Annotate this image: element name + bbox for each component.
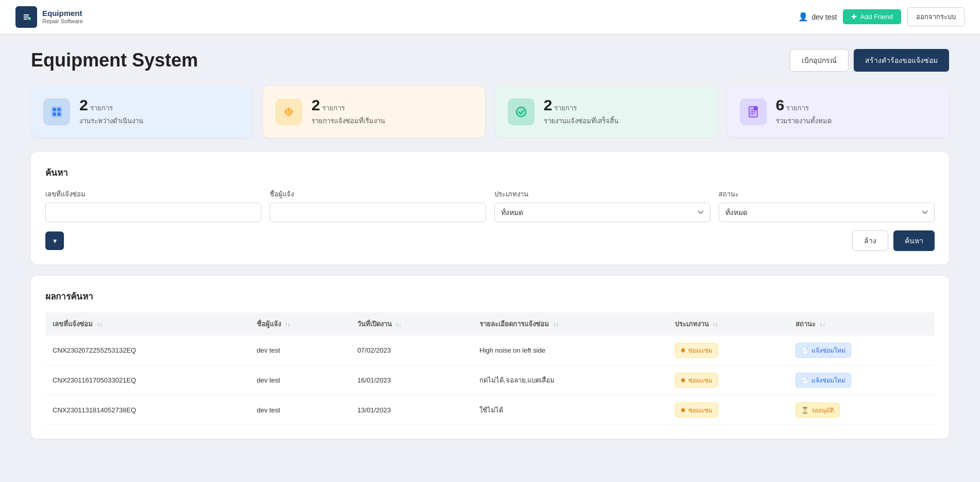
- stat-unit-total: รายการ: [786, 103, 809, 113]
- results-panel: ผลการค้นหา เลขที่แจ้งซ่อม ↑↓ ชื่อผู้แจ้ง…: [31, 276, 949, 439]
- svg-point-9: [288, 114, 290, 116]
- col-repair-no: เลขที่แจ้งซ่อม ↑↓: [45, 312, 250, 336]
- brand-text: Equipment Repair Software: [42, 9, 83, 25]
- status-icon: 📄: [801, 377, 809, 384]
- stat-card-completed: 2 รายการ รายงานแจ้งซ่อมที่เสร็จสิ้น: [495, 86, 717, 138]
- repair-no-label: เลขที่แจ้งซ่อม: [45, 189, 261, 200]
- repair-no-input[interactable]: [45, 203, 261, 222]
- stat-label-total: รวมรายงานทั้งหมด: [776, 115, 832, 126]
- job-type-badge: ✱ ซ่อมแซม: [675, 343, 718, 358]
- stat-count-in-progress: 2: [79, 97, 88, 113]
- add-friend-label: Add Friend: [860, 13, 893, 21]
- stat-unit-completed: รายการ: [554, 103, 577, 113]
- sort-icon-job-type[interactable]: ↑↓: [712, 321, 718, 327]
- sort-icon-repair-no[interactable]: ↑↓: [97, 321, 103, 327]
- sort-icon-details[interactable]: ↑↓: [553, 321, 559, 327]
- status-badge: 📄 แจ้งซ่อมใหม่: [795, 343, 851, 358]
- svg-point-12: [516, 106, 527, 118]
- table-head: เลขที่แจ้งซ่อม ↑↓ ชื่อผู้แจ้ง ↑↓ วันที่เ…: [45, 312, 935, 336]
- page-header: Equipment System เบิกอุปกรณ์ สร้างคำร้อง…: [31, 49, 949, 72]
- search-title: ค้นหา: [45, 165, 935, 179]
- stat-card-started: 2 รายการ รายการแจ้งซ่อมที่เริ่มงาน: [263, 86, 485, 138]
- sort-icon-status[interactable]: ↑↓: [820, 321, 825, 327]
- repair-no-group: เลขที่แจ้งซ่อม: [45, 189, 261, 222]
- stat-info-total: 6 รายการ รวมรายงานทั้งหมด: [776, 97, 832, 126]
- table-header-row: เลขที่แจ้งซ่อม ↑↓ ชื่อผู้แจ้ง ↑↓ วันที่เ…: [45, 312, 935, 336]
- equipment-button[interactable]: เบิกอุปกรณ์: [790, 49, 849, 72]
- cell-job-type: ✱ ซ่อมแซม: [668, 336, 789, 365]
- stat-info-completed: 2 รายการ รายงานแจ้งซ่อมที่เสร็จสิ้น: [544, 97, 619, 126]
- user-icon: 👤: [798, 12, 808, 22]
- expand-button[interactable]: ▾: [45, 231, 64, 250]
- clear-button[interactable]: ล้าง: [852, 230, 888, 251]
- stat-count-completed: 2: [544, 97, 553, 113]
- job-type-select[interactable]: ทั้งหมด ซ่อมแซม บำรุงรักษา ติดตั้ง: [494, 203, 710, 222]
- job-type-icon: ✱: [680, 347, 686, 354]
- svg-rect-6: [57, 112, 61, 116]
- add-friend-icon: ✚: [851, 13, 857, 21]
- cell-details: กดไม่ได้,จอลาย,แบตเสื่อม: [472, 365, 668, 395]
- cell-requester: dev test: [250, 336, 350, 365]
- logout-button[interactable]: ออกจากระบบ: [907, 7, 965, 26]
- table-row: CNX2301161705033021EQ dev test 16/01/202…: [45, 365, 935, 395]
- svg-point-8: [288, 108, 290, 110]
- requester-group: ชื่อผู้แจ้ง: [270, 189, 486, 222]
- main-content: Equipment System เบิกอุปกรณ์ สร้างคำร้อง…: [0, 34, 980, 454]
- navbar: Equipment Repair Software 👤 dev test ✚ A…: [0, 0, 980, 34]
- job-type-label: ประเภทงาน: [494, 189, 710, 200]
- logout-label: ออกจากระบบ: [916, 13, 956, 21]
- user-info: 👤 dev test: [798, 12, 837, 22]
- status-badge: 📄 แจ้งซ่อมใหม่: [795, 373, 851, 388]
- cell-status: 📄 แจ้งซ่อมใหม่: [788, 336, 935, 365]
- cell-requester: dev test: [250, 395, 350, 425]
- search-panel: ค้นหา เลขที่แจ้งซ่อม ชื่อผู้แจ้ง ประเภทง…: [31, 152, 949, 264]
- results-title: ผลการค้นหา: [45, 289, 935, 303]
- brand-sub: Repair Software: [42, 18, 83, 25]
- job-type-icon: ✱: [680, 407, 686, 414]
- cell-open-date: 13/01/2023: [350, 395, 472, 425]
- cell-requester: dev test: [250, 365, 350, 395]
- cell-details: High noise on left side: [472, 336, 668, 365]
- svg-rect-5: [53, 112, 56, 116]
- stat-count-started: 2: [311, 97, 320, 113]
- navbar-right: 👤 dev test ✚ Add Friend ออกจากระบบ: [798, 7, 965, 26]
- brand-logo-icon: [15, 6, 37, 28]
- page-header-actions: เบิกอุปกรณ์ สร้างคำร้องขอแจ้งซ่อม: [790, 49, 949, 72]
- stat-cards: 2 รายการ งานระหว่างดำเนินงาน: [31, 86, 949, 138]
- stat-info-in-progress: 2 รายการ งานระหว่างดำเนินงาน: [79, 97, 143, 126]
- status-group: สถานะ ทั้งหมด แจ้งซ่อมใหม่ กำลังดำเนินกา…: [719, 189, 935, 222]
- stat-card-total: 6 รายการ รวมรายงานทั้งหมด: [727, 86, 949, 138]
- table-row: CNX2302072255253132EQ dev test 07/02/202…: [45, 336, 935, 365]
- cell-repair-no: CNX2301161705033021EQ: [45, 365, 250, 395]
- page-title: Equipment System: [31, 49, 198, 71]
- stat-label-in-progress: งานระหว่างดำเนินงาน: [79, 115, 143, 126]
- svg-point-10: [285, 111, 287, 113]
- add-friend-button[interactable]: ✚ Add Friend: [843, 9, 901, 24]
- status-select[interactable]: ทั้งหมด แจ้งซ่อมใหม่ กำลังดำเนินการ เสร็…: [719, 203, 935, 222]
- stat-icon-in-progress: [43, 98, 70, 125]
- job-type-group: ประเภทงาน ทั้งหมด ซ่อมแซม บำรุงรักษา ติด…: [494, 189, 710, 222]
- col-status: สถานะ ↑↓: [788, 312, 935, 336]
- col-requester: ชื่อผู้แจ้ง ↑↓: [250, 312, 350, 336]
- sort-icon-requester[interactable]: ↑↓: [285, 321, 291, 327]
- stat-icon-completed: [508, 98, 535, 125]
- cell-details: ใช้ไม่ได้: [472, 395, 668, 425]
- job-type-icon: ✱: [680, 377, 686, 384]
- search-actions: ▾ ล้าง ค้นหา: [45, 230, 935, 251]
- search-row: เลขที่แจ้งซ่อม ชื่อผู้แจ้ง ประเภทงาน ทั้…: [45, 189, 935, 222]
- status-label: สถานะ: [719, 189, 935, 200]
- svg-point-11: [291, 111, 293, 113]
- cell-open-date: 16/01/2023: [350, 365, 472, 395]
- status-icon: ⏳: [801, 407, 809, 414]
- requester-input[interactable]: [270, 203, 486, 222]
- sort-icon-open-date[interactable]: ↑↓: [396, 321, 402, 327]
- stat-icon-started: [275, 98, 302, 125]
- stat-icon-total: [740, 98, 767, 125]
- chevron-down-icon: ▾: [53, 237, 57, 245]
- create-repair-button[interactable]: สร้างคำร้องขอแจ้งซ่อม: [854, 49, 949, 72]
- search-button[interactable]: ค้นหา: [893, 230, 935, 251]
- brand: Equipment Repair Software: [15, 6, 83, 28]
- cell-repair-no: CNX2301131814052738EQ: [45, 395, 250, 425]
- cell-job-type: ✱ ซ่อมแซม: [668, 395, 789, 425]
- job-type-badge: ✱ ซ่อมแซม: [675, 373, 718, 388]
